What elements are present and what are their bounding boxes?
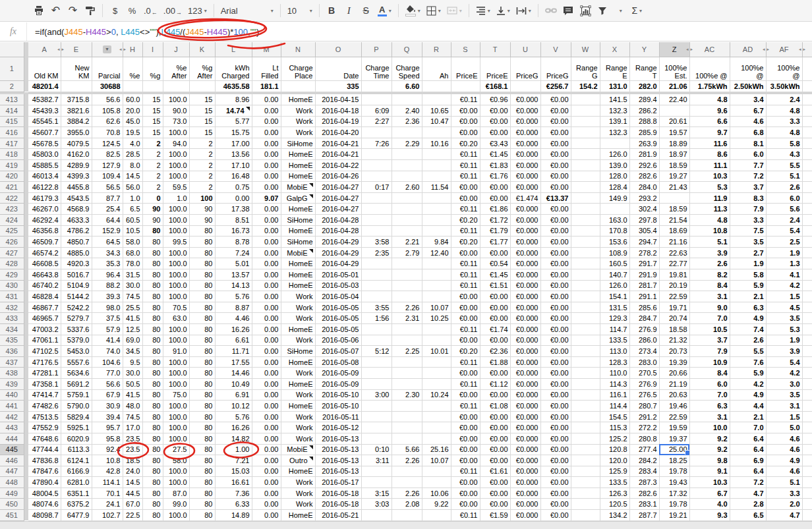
- decrease-decimals-button[interactable]: .0←: [141, 3, 160, 18]
- cell-U416[interactable]: €0.000: [510, 127, 540, 138]
- cell-T415[interactable]: €0.00: [480, 116, 510, 127]
- cell-AC415[interactable]: 6.6: [689, 116, 730, 127]
- cell-A442[interactable]: 47513.5: [28, 411, 61, 422]
- cell-R449[interactable]: 10.06: [422, 487, 451, 499]
- cell-R442[interactable]: [422, 411, 451, 422]
- cell-R428[interactable]: [422, 258, 451, 269]
- cell-H2[interactable]: [123, 80, 142, 92]
- cell-Z418[interactable]: 18.97: [659, 149, 689, 160]
- cell-A434[interactable]: 47003.2: [28, 323, 61, 335]
- cell-E437[interactable]: 5557.6: [61, 356, 92, 368]
- cell-L451[interactable]: 14.89: [215, 510, 252, 521]
- cell-O448[interactable]: 2016-05-17: [315, 477, 361, 488]
- row-header-423[interactable]: 423: [0, 204, 24, 215]
- cell-T443[interactable]: €0.00: [480, 422, 510, 433]
- cell-S422[interactable]: €0.00: [451, 192, 480, 204]
- cell-Y441[interactable]: 280.7: [629, 401, 659, 412]
- cell-I428[interactable]: 80: [142, 258, 163, 269]
- cell-L450[interactable]: 6.33: [215, 499, 252, 510]
- select-all-corner[interactable]: [0, 42, 24, 57]
- column-header-K[interactable]: K: [189, 42, 215, 57]
- cell-L442[interactable]: 5.76: [215, 411, 252, 422]
- cell-AC421[interactable]: 5.3: [689, 182, 730, 193]
- cell-M419[interactable]: 0.00: [252, 160, 281, 171]
- cell-K440[interactable]: 80: [189, 389, 215, 401]
- cell-M433[interactable]: 0.00: [252, 313, 281, 324]
- cell-T437[interactable]: €1.88: [480, 356, 510, 368]
- cell-T433[interactable]: €0.00: [480, 313, 510, 324]
- cell-T434[interactable]: €1.74: [480, 323, 510, 335]
- cell-K445[interactable]: 80: [189, 444, 215, 455]
- cell-M417[interactable]: 0.00: [252, 138, 281, 149]
- cell-AC2[interactable]: 1.75kWh: [689, 80, 730, 92]
- cell-S445[interactable]: €0.00: [451, 444, 480, 455]
- cell-V429[interactable]: €0.00: [540, 269, 571, 281]
- cell-P443[interactable]: [361, 422, 392, 433]
- font-size-select[interactable]: 10▾: [285, 3, 315, 18]
- cell-N430[interactable]: HomeE: [281, 280, 315, 291]
- cell-N414[interactable]: Work: [281, 105, 315, 117]
- cell-O447[interactable]: 2016-05-13: [315, 466, 361, 477]
- cell-E415[interactable]: 3884.2: [61, 116, 92, 127]
- cell-N451[interactable]: HomeE: [281, 510, 315, 521]
- cell-F418[interactable]: 82.5: [92, 149, 123, 160]
- row-header-413[interactable]: 413: [0, 94, 24, 105]
- cell-R439[interactable]: [422, 378, 451, 389]
- row-header-430[interactable]: 430: [0, 280, 24, 291]
- cell-AC426[interactable]: 5.1: [689, 237, 730, 248]
- cell-X438[interactable]: 110.0: [600, 368, 629, 379]
- cell-Q415[interactable]: 2.36: [392, 116, 422, 127]
- cell-T416[interactable]: €0.00: [480, 127, 510, 138]
- cell-H449[interactable]: 44.5: [123, 487, 142, 499]
- cell-AF429[interactable]: 4.1: [766, 269, 802, 281]
- cell-L449[interactable]: 7.36: [215, 487, 252, 499]
- cell-V1[interactable]: PriceG: [540, 57, 571, 80]
- cell-Z420[interactable]: 19.27: [659, 171, 689, 182]
- cell-P413[interactable]: [361, 94, 392, 105]
- filter-views-button[interactable]: ▾: [612, 3, 628, 18]
- cell-N436[interactable]: SiHome: [281, 346, 315, 357]
- cell-AC413[interactable]: 4.8: [689, 94, 730, 105]
- cell-AD437[interactable]: 7.6: [730, 356, 766, 368]
- cell-AC435[interactable]: 3.7: [689, 335, 730, 346]
- cell-T414[interactable]: €0.00: [480, 105, 510, 117]
- cell-I425[interactable]: 80: [142, 225, 163, 237]
- cell-X430[interactable]: 126.0: [600, 280, 629, 291]
- column-header-P[interactable]: P: [361, 42, 392, 57]
- cell-AC417[interactable]: 11.6: [689, 138, 730, 149]
- cell-R450[interactable]: 9.22: [422, 499, 451, 510]
- cell-H425[interactable]: 10.5: [123, 225, 142, 237]
- cell-A432[interactable]: 46867.7: [28, 302, 61, 313]
- cell-Y418[interactable]: 281.9: [629, 149, 659, 160]
- cell-K1[interactable]: %g After: [189, 57, 215, 80]
- cell-H440[interactable]: 41.5: [123, 389, 142, 401]
- row-header-449[interactable]: 449: [0, 487, 24, 499]
- cell-J448[interactable]: 100.0: [163, 477, 189, 488]
- cell-P425[interactable]: [361, 225, 392, 237]
- cell-AF423[interactable]: 5.6: [766, 204, 802, 215]
- cell-L426[interactable]: 8.78: [215, 237, 252, 248]
- cell-T446[interactable]: €0.00: [480, 455, 510, 466]
- row-header-438[interactable]: 438: [0, 368, 24, 379]
- cell-I413[interactable]: 15: [142, 94, 163, 105]
- cell-N424[interactable]: SiHome: [281, 215, 315, 226]
- cell-AD434[interactable]: 7.4: [730, 323, 766, 335]
- cell-O431[interactable]: 2016-05-04: [315, 291, 361, 302]
- cell-S448[interactable]: €0.00: [451, 477, 480, 488]
- cell-K421[interactable]: 2: [189, 182, 215, 193]
- cell-I450[interactable]: 80: [142, 499, 163, 510]
- cell-F424[interactable]: 64.4: [92, 215, 123, 226]
- cell-I416[interactable]: 15: [142, 127, 163, 138]
- cell-Q448[interactable]: [392, 477, 422, 488]
- cell-AF433[interactable]: 3.5: [766, 313, 802, 324]
- cell-V441[interactable]: €0.00: [540, 401, 571, 412]
- cell-T430[interactable]: €1.51: [480, 280, 510, 291]
- cell-M437[interactable]: 0.00: [252, 356, 281, 368]
- cell-AC446[interactable]: 9.8: [689, 455, 730, 466]
- cell-AC433[interactable]: 7.0: [689, 313, 730, 324]
- column-header-H[interactable]: ▸H: [123, 42, 142, 57]
- cell-J2[interactable]: [163, 80, 189, 92]
- cell-R416[interactable]: [422, 127, 451, 138]
- cell-Z435[interactable]: 21.32: [659, 335, 689, 346]
- cell-P433[interactable]: 1:56: [361, 313, 392, 324]
